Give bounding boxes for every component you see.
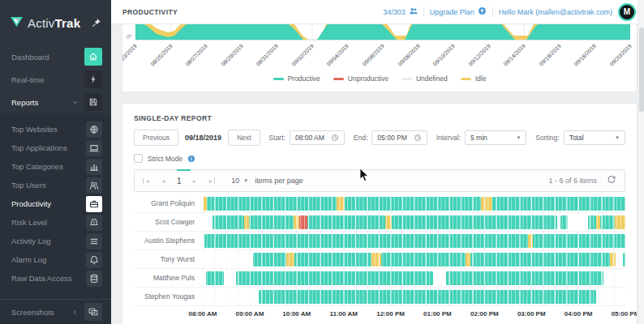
screens-icon — [84, 303, 102, 321]
first-page-button[interactable]: ◄ — [143, 178, 150, 184]
legend-item-unproductive[interactable]: Unproductive — [333, 75, 389, 83]
timeline-segment-productive[interactable] — [294, 253, 372, 266]
sidebar-item-label: Productivity — [11, 199, 51, 208]
page-number[interactable]: 1 — [177, 177, 182, 185]
timeline-segment-idle[interactable] — [615, 215, 625, 229]
user-name-label[interactable]: Grant Poliquin — [134, 199, 203, 207]
refresh-icon[interactable] — [607, 175, 616, 186]
sidebar-item-label: Screenshots — [11, 308, 54, 317]
timeline-segment-productive[interactable] — [470, 253, 610, 266]
briefcase-icon — [86, 196, 102, 212]
x-axis-date-labels: 08/23/201908/25/201908/27/201908/29/2019… — [122, 40, 637, 72]
sidebar-item-reports[interactable]: Reports — [0, 91, 111, 113]
user-name-label[interactable]: Tony Wurst — [134, 255, 203, 263]
sidebar-item-raw-data-access[interactable]: Raw Data Access — [0, 269, 111, 288]
page-size-select[interactable]: 10 ▼ — [231, 177, 248, 185]
timeline-segment-idle[interactable] — [294, 215, 299, 229]
start-time-input[interactable]: 08:00 AM — [290, 130, 345, 145]
timeline-segment-productive[interactable] — [492, 197, 625, 211]
timeline-segment-idle[interactable] — [610, 253, 616, 266]
timeline-segment-idle[interactable] — [244, 215, 249, 229]
timeline-segment-unproductive[interactable] — [299, 215, 307, 229]
sidebar-item-top-applications[interactable]: Top Applications — [0, 139, 111, 157]
timeline-segment-productive[interactable] — [213, 215, 244, 229]
time-tick-label: 05:00 PM — [612, 310, 638, 318]
sidebar-item-top-categories[interactable]: Top Categories — [0, 157, 111, 176]
time-tick-label: 01:00 PM — [423, 310, 452, 318]
timeline-segment-productive[interactable] — [204, 234, 528, 248]
sidebar-item-top-websites[interactable]: Top Websites — [0, 120, 111, 139]
timeline-segment-productive[interactable] — [623, 253, 625, 266]
sidebar-screenshots-section: Screenshots — [0, 299, 111, 324]
timeline-segment-idle[interactable] — [286, 253, 294, 266]
user-name-label[interactable]: Scot Cowger — [134, 218, 203, 226]
sidebar-item-top-users[interactable]: Top Users — [0, 176, 111, 194]
strict-mode-checkbox[interactable] — [134, 154, 143, 163]
timeline-segment-productive[interactable] — [588, 215, 596, 229]
list-icon — [86, 233, 102, 249]
sidebar-item-dashboard[interactable]: Dashboard — [0, 45, 111, 68]
scrollbar-thumb[interactable] — [639, 28, 644, 112]
next-day-button[interactable]: Next — [228, 130, 260, 146]
sidebar-item-real-time[interactable]: Real-time — [0, 68, 111, 91]
sidebar-item-alarm-log[interactable]: Alarm Log — [0, 250, 111, 269]
timeline-segment-productive[interactable] — [381, 253, 466, 266]
clock-icon[interactable] — [331, 134, 339, 142]
timeline-segment-productive[interactable] — [600, 215, 615, 229]
time-tick-label: 11:00 AM — [329, 310, 357, 318]
timeline-segment-productive[interactable] — [249, 215, 294, 229]
upgrade-plan-link[interactable]: Upgrade Plan — [430, 6, 487, 17]
sidebar-item-label: Dashboard — [11, 53, 49, 62]
timeline-segment-productive[interactable] — [259, 290, 595, 304]
date-tick-label: 08/23/2019 — [122, 43, 138, 67]
interval-select[interactable]: 5 min ▼ — [465, 130, 526, 145]
timeline-segment-productive[interactable] — [533, 234, 625, 248]
save-icon — [84, 93, 102, 111]
timeline-segment-productive[interactable] — [307, 215, 385, 229]
avatar[interactable]: M — [618, 3, 636, 21]
date-tick-label: 09/20/2019 — [608, 43, 633, 67]
sidebar-item-risk-level[interactable]: Risk Level — [0, 213, 111, 232]
timeline-segment-idle[interactable] — [481, 197, 492, 211]
pin-sidebar-icon[interactable] — [92, 18, 101, 28]
legend-item-undefined[interactable]: Undefined — [401, 75, 448, 83]
timeline-segment-idle[interactable] — [203, 197, 207, 211]
info-icon[interactable] — [187, 155, 195, 163]
timeline-row-matthew-puls: Matthew Puls — [134, 269, 625, 288]
timeline-segment-productive[interactable] — [236, 271, 433, 285]
timeline-segment-idle[interactable] — [371, 253, 381, 266]
sidebar-item-productivity[interactable]: Productivity — [0, 194, 111, 213]
last-page-button[interactable]: ► — [208, 178, 215, 184]
clock-icon[interactable] — [414, 134, 422, 142]
end-time-input[interactable]: 05:00 PM — [371, 130, 427, 145]
user-name-label[interactable]: Matthew Puls — [134, 274, 203, 282]
date-tick-label: 08/29/2019 — [220, 43, 244, 67]
next-page-button[interactable]: ► — [191, 178, 197, 184]
pager-nav: ◄ ◄ 1 ► ► — [143, 177, 215, 185]
timeline-segment-productive[interactable] — [206, 271, 224, 285]
sidebar-item-screenshots[interactable]: Screenshots — [0, 300, 111, 324]
timeline-segment-productive[interactable] — [253, 253, 286, 266]
pagination-bar: ◄ ◄ 1 ► ► 10 ▼ items per page 1 - 6 of 6… — [134, 169, 625, 192]
items-range-label: 1 - 6 of 6 items — [548, 177, 597, 185]
time-tick-label: 12:00 PM — [376, 310, 405, 318]
previous-page-button[interactable]: ◄ — [161, 178, 166, 184]
legend-item-idle[interactable]: Idle — [461, 75, 487, 83]
timeline-segment-idle[interactable] — [385, 215, 392, 229]
timeline-segment-productive[interactable] — [560, 215, 568, 229]
license-count[interactable]: 34/303 — [383, 6, 418, 17]
previous-day-button[interactable]: Previous — [134, 130, 178, 146]
timeline-segment-productive[interactable] — [446, 271, 603, 285]
sidebar-item-label: Top Users — [11, 181, 46, 190]
timeline-segment-productive[interactable] — [345, 197, 480, 211]
legend-item-productive[interactable]: Productive — [273, 75, 320, 83]
timeline-segment-productive[interactable] — [392, 215, 557, 229]
timeline-segment-productive[interactable] — [207, 197, 337, 211]
user-greeting-link[interactable]: Hello Mark (mallen@activtrak.com) — [499, 8, 612, 16]
sidebar-item-activity-log[interactable]: Activity Log — [0, 232, 111, 250]
page-scrollbar[interactable] — [638, 0, 644, 324]
user-name-label[interactable]: Austin Stephens — [134, 237, 203, 245]
timeline-segment-idle[interactable] — [337, 197, 345, 211]
user-name-label[interactable]: Stephen Yougas — [134, 292, 203, 301]
sorting-select[interactable]: Total ▼ — [564, 130, 625, 145]
